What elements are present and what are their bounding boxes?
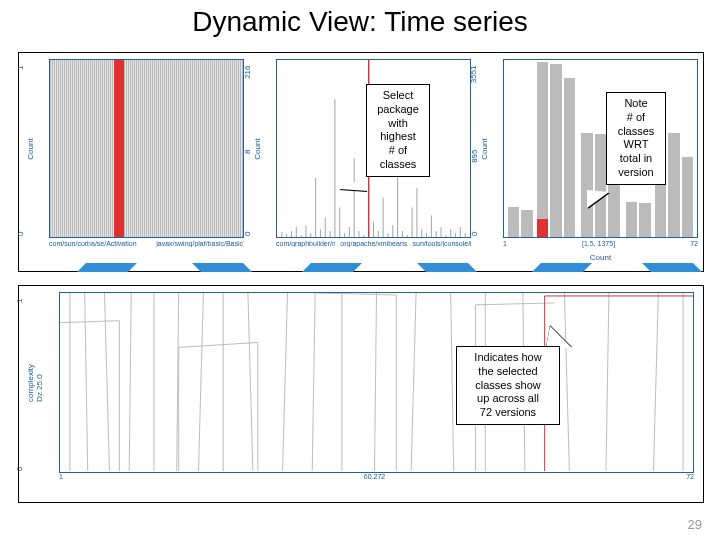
callout-note: Note # of classes WRT total in version — [606, 92, 666, 185]
plot-big-xaxis: 1 60.272 72 — [59, 473, 694, 491]
plot-1: 0 1 Count com/sun/corba/se/ActivationIDL… — [21, 56, 246, 266]
plot-1-ytick-hi: 1 — [16, 66, 25, 70]
plot-big-yaxis: 0 1 complexity Dz 25.0 — [21, 292, 41, 473]
plot-3: 0 895 3551 Count 1 [1.5, 1375] 72 Count — [475, 56, 700, 266]
plot-2-ytick-lo: 0 — [243, 232, 252, 236]
plot-3-ytick-hi: 3551 — [470, 66, 479, 84]
callout-indicates-pointer-icon — [546, 326, 572, 348]
plot-2-xaxis: com/graphbuilder/math/func org/apache/xm… — [276, 240, 471, 262]
plot-3-bars — [504, 60, 697, 237]
arrow-icon — [532, 263, 592, 272]
callout-select: Select package with highest # of classes — [366, 84, 430, 177]
plot-1-xtick-lo: com/sun/corba/se/ActivationIDL/InitialNa… — [49, 240, 137, 247]
slide-title: Dynamic View: Time series — [0, 0, 720, 38]
plot-3-ylabel: Count — [480, 138, 489, 159]
plot-big-area[interactable] — [59, 292, 694, 473]
arrow-icon — [417, 263, 477, 272]
plot-3-xtick-mid: [1.5, 1375] — [582, 240, 615, 247]
plot-1-xaxis: com/sun/corba/se/ActivationIDL/InitialNa… — [49, 240, 244, 262]
plot-3-ytick-mid: 895 — [470, 149, 479, 162]
arrow-icon — [77, 263, 137, 272]
plot-2-xtick-hi: sun/tools/jconsole/inspector — [412, 240, 471, 247]
plot-1-area[interactable] — [49, 59, 244, 238]
plot-big-ylabel: complexity Dz 25.0 — [26, 364, 44, 402]
plot-1-highlight-bar — [114, 60, 124, 237]
plot-big-ytick-lo: 0 — [15, 467, 24, 471]
slide-number: 29 — [688, 517, 702, 532]
plot-3-area[interactable] — [503, 59, 698, 238]
plot-2-ylabel: Count — [253, 138, 262, 159]
plot-3-xlabel: Count — [503, 253, 698, 262]
plot-big-xtick-mid: 60.272 — [364, 473, 385, 480]
plot-big-lines — [60, 293, 693, 471]
plot-2: 0 8 216 Count — [248, 56, 473, 266]
arrow-icon — [192, 263, 252, 272]
plot-big: 0 1 complexity Dz 25.0 1 60.272 72 — [21, 289, 700, 497]
plot-2-yaxis: 0 8 216 Count — [248, 59, 262, 238]
plot-big-xtick-lo: 1 — [59, 473, 63, 480]
plot-2-xtick-lo: com/graphbuilder/math/func — [276, 240, 335, 247]
plot-1-ytick-lo: 0 — [16, 232, 25, 236]
plot-big-xtick-hi: 72 — [686, 473, 694, 480]
plot-big-ytick-hi: 1 — [15, 299, 24, 303]
callout-note-pointer-icon — [587, 190, 609, 208]
plot-2-ytick-mid: 8 — [243, 149, 252, 153]
plot-3-yaxis: 0 895 3551 Count — [475, 59, 489, 238]
plot-1-ylabel: Count — [26, 138, 35, 159]
plot-3-xaxis: 1 [1.5, 1375] 72 Count — [503, 240, 698, 262]
callout-select-pointer-icon — [340, 175, 368, 191]
plot-2-ytick-hi: 216 — [243, 66, 252, 79]
plot-1-stripes — [50, 60, 243, 237]
arrow-icon — [642, 263, 702, 272]
plot-2-xtick-mid: org/apache/xmlbeans/impl/jam/internal/el… — [340, 240, 406, 247]
callout-indicates: Indicates how the selected classes show … — [456, 346, 560, 425]
plot-1-xtick-hi: javax/swing/plaf/basic/BasicTextUI — [156, 240, 244, 247]
arrow-row — [22, 263, 700, 275]
plot-3-xtick-hi: 72 — [690, 240, 698, 247]
plot-1-yaxis: 0 1 Count — [21, 59, 35, 238]
plot-3-highlight-bar — [537, 219, 549, 237]
plot-3-ytick-lo: 0 — [470, 232, 479, 236]
plot-3-xtick-lo: 1 — [503, 240, 507, 247]
arrow-icon — [302, 263, 362, 272]
